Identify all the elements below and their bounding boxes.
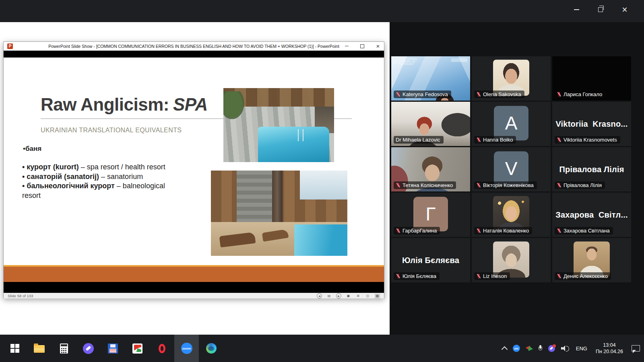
previous-slide-icon[interactable]: ◀ <box>317 293 322 298</box>
participant-name-label: Захарова Світлана <box>555 227 613 234</box>
opera-icon[interactable] <box>150 335 174 362</box>
pool-ladder <box>298 129 303 141</box>
avatar-initial: Г <box>413 197 448 231</box>
participant-tile[interactable]: Liz Ineson <box>472 238 551 282</box>
next-slide-icon[interactable]: ▶ <box>336 293 341 298</box>
participant-tile[interactable]: Прівалова ЛіліяПрівалова Лілія <box>552 147 631 191</box>
participant-tile[interactable]: Olena Sakovska <box>472 56 551 101</box>
slideshow-view-icon[interactable]: ▦ <box>375 294 380 298</box>
powerpoint-statusbar: Slide 58 of 133 ◀▤▶▣⊞◫▦ <box>4 293 384 298</box>
participant-name-label: Kateryna Fedosova <box>394 90 451 98</box>
slide-sorter-view-icon[interactable]: ⊞ <box>355 294 361 298</box>
language-indicator[interactable]: ENG <box>576 346 587 352</box>
muted-mic-icon <box>476 137 481 142</box>
participant-tile[interactable]: Наталія Коваленко <box>472 193 551 237</box>
participant-name: Денис Алексєєнко <box>564 273 608 279</box>
participant-name-label: Денис Алексєєнко <box>555 272 611 280</box>
time: 13:04 <box>603 342 615 348</box>
participant-tile[interactable]: Денис Алексєєнко <box>552 238 631 282</box>
muted-mic-icon <box>396 274 401 279</box>
muted-mic-icon <box>557 137 562 142</box>
muted-mic-icon <box>476 183 481 188</box>
participant-tile[interactable]: AHanna Boiko <box>472 102 551 146</box>
avatar-initial: V <box>494 151 528 186</box>
powerpoint-window: P PowerPoint Slide Show - [COMMON COMMUN… <box>3 41 384 298</box>
calculator-icon[interactable] <box>52 335 76 362</box>
muted-mic-icon <box>476 274 481 279</box>
photo-pool-water <box>294 224 347 256</box>
zoom-tray-icon[interactable]: zm <box>513 345 520 352</box>
switcher-arrows-tray-icon[interactable] <box>526 345 533 352</box>
powerpoint-icon: P <box>7 43 13 49</box>
microphone-tray-icon[interactable] <box>539 345 542 352</box>
muted-mic-icon <box>396 183 401 188</box>
slide-orange-stripe <box>4 267 384 282</box>
participant-tile[interactable]: Юлія БєляєваЮлія Бєляєва <box>391 238 470 282</box>
participant-name: ГарбарГалина <box>402 228 437 234</box>
participant-name: Наталія Коваленко <box>483 228 529 234</box>
slideshow-letterbox-bottom <box>4 282 384 293</box>
participant-name-label: Liz Ineson <box>474 272 510 280</box>
menu-icon[interactable]: ▤ <box>326 294 332 298</box>
participant-name-label: Вікторія Кожевнікова <box>474 181 537 189</box>
participant-name-label: Viktoriia Krasnomovets <box>555 136 620 144</box>
start-icon[interactable] <box>2 335 27 362</box>
meeting-window-titlebar[interactable] <box>0 0 644 22</box>
participant-name: Прівалова Лілія <box>564 182 602 188</box>
ppt-maximize-icon[interactable] <box>360 44 365 49</box>
participant-name-label: ГарбарГалина <box>394 227 440 234</box>
powerpoint-title: PowerPoint Slide Show - [COMMON COMMUNIC… <box>48 44 339 49</box>
normal-view-icon[interactable]: ▣ <box>346 294 351 298</box>
participant-name: Viktoriia Krasnomovets <box>564 137 617 143</box>
system-tray: zmENG13:04Пн 20.04.26 <box>502 335 640 362</box>
photo-viewer-icon <box>132 343 142 354</box>
reading-view-icon[interactable]: ◫ <box>365 294 370 298</box>
participant-name-label: Наталія Коваленко <box>474 227 532 234</box>
muted-mic-icon <box>557 228 562 233</box>
participant-tile[interactable]: Лариса Гопкало <box>552 56 631 101</box>
speaker-tray-icon[interactable] <box>561 346 570 351</box>
minimize-icon[interactable] <box>573 6 580 13</box>
sound-wave-icon <box>566 346 569 352</box>
viber-icon <box>83 343 94 354</box>
participant-name-label: Hanna Boiko <box>474 136 516 144</box>
edge-icon[interactable] <box>199 335 223 362</box>
calculator-icon <box>60 343 68 354</box>
participant-tile[interactable]: Odesa National University of TechnologyK… <box>391 56 470 101</box>
save-app-icon <box>108 343 118 354</box>
participant-tile[interactable]: Viktoriia Krasno...Viktoriia Krasnomovet… <box>552 102 631 146</box>
hidden-icons-chevron-icon[interactable] <box>502 346 508 352</box>
spa-lounge-photo <box>211 171 347 256</box>
participant-tile[interactable]: Тетяна Колісниченко <box>391 147 470 191</box>
action-center-icon[interactable] <box>632 345 640 352</box>
muted-mic-icon <box>476 92 481 97</box>
participant-name-label: Прівалова Лілія <box>555 181 605 189</box>
participant-tile[interactable]: Dr Mihaela Lazovic <box>391 102 470 146</box>
participant-name-label: Olena Sakovska <box>474 90 524 98</box>
participant-name: Dr Mihaela Lazovic <box>396 137 440 143</box>
window-controls: × <box>573 6 628 13</box>
university-banner: Odesa National University of Technology <box>394 58 427 65</box>
file-explorer-icon[interactable] <box>27 335 52 362</box>
save-app-icon[interactable] <box>101 335 125 362</box>
slide-title: Raw Anglicism:SPA <box>41 95 208 115</box>
photo-viewer-icon[interactable] <box>125 335 150 362</box>
participant-name: Тетяна Колісниченко <box>402 182 453 188</box>
restore-icon[interactable] <box>597 6 604 13</box>
ppt-minimize-icon[interactable] <box>344 44 349 49</box>
powerpoint-titlebar[interactable]: P PowerPoint Slide Show - [COMMON COMMUN… <box>4 42 384 51</box>
clock[interactable]: 13:04Пн 20.04.26 <box>596 342 623 355</box>
slide-area[interactable]: Raw Anglicism:SPA UKRAINIAN TRANSLATIONA… <box>4 58 384 265</box>
file-explorer-icon <box>34 345 45 353</box>
participant-tile[interactable]: Захарова Світл...Захарова Світлана <box>552 193 631 237</box>
participant-name: Юлія Бєляєва <box>402 273 436 279</box>
viber-tray-icon[interactable] <box>548 345 555 352</box>
participant-tile[interactable]: ГГарбарГалина <box>391 193 470 237</box>
close-icon[interactable]: × <box>621 6 628 13</box>
viber-icon[interactable] <box>76 335 101 362</box>
photo-greenery <box>223 91 254 132</box>
participant-name: Hanna Boiko <box>483 137 513 143</box>
zoom-icon[interactable]: zoom <box>174 335 199 362</box>
ppt-close-icon[interactable]: × <box>376 44 380 49</box>
participant-tile[interactable]: VВікторія Кожевнікова <box>472 147 551 191</box>
